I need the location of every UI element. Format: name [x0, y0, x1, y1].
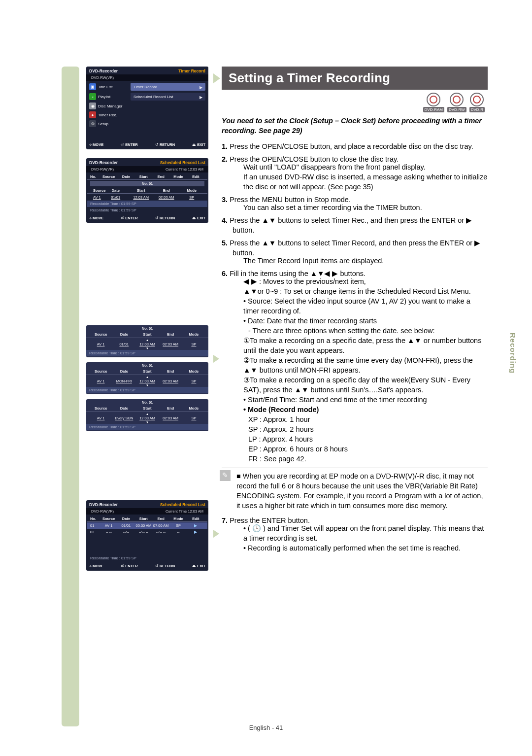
recordable-time: Recordable Time : 01:59 SP [87, 555, 207, 561]
table-subheader: SourceDateStartEndMode [87, 187, 207, 193]
note-box: ✎ ■ When you are recording at EP mode on… [222, 468, 488, 511]
flow-arrow-icon [213, 530, 219, 538]
disc-badge: DVD-RAM [423, 93, 444, 112]
osd-timer-record-menu: DVD-Recorder Timer Record DVD-RW(VR) ▣ T… [86, 67, 208, 149]
menu-item-playlist[interactable]: ♪ Playlist Scheduled Record List▶ [87, 92, 207, 102]
disc-type-label: DVD-RW(VR) [91, 75, 114, 80]
osd-footer: ⟡ MOVE ⏎ ENTER ↺ RETURN ⏏ EXIT [86, 141, 208, 149]
osd-title: DVD-Recorder [89, 160, 118, 165]
current-time-label: Current Time 12:03 AM [166, 167, 203, 172]
table-row[interactable]: AV 1 01/01 12:03 AM 02:03 AM SP [87, 194, 207, 201]
osd-title-right: Timer Record [178, 69, 205, 73]
disc-manager-icon: ◉ [89, 103, 96, 109]
recordable-time: Recordable Time : 01:59 SP [87, 207, 207, 213]
table-header: No.SourceDateStartEndModeEdit [87, 515, 207, 521]
timer-rec-icon: ● [89, 111, 96, 118]
menu-item-title-list[interactable]: ▣ Title List Timer Record▶ [87, 82, 207, 92]
disc-badges: DVD-RAM DVD-RW DVD-R [222, 93, 488, 112]
table-row[interactable]: 01AV 101/0105:00 AM07:00 AMSP▶ [87, 522, 207, 529]
menu-item-setup[interactable]: ⚙ Setup [87, 119, 207, 128]
step: 1. Press the OPEN/CLOSE button, and plac… [222, 141, 488, 151]
table-row[interactable]: AV 1MON-FRI12:03 AM02:03 AMSP [86, 378, 208, 384]
osd-scheduled-record-input: DVD-Recorder Scheduled Record List DVD-R… [86, 158, 208, 223]
osd-footer: ⟡ MOVE ⏎ ENTER ↺ RETURN ⏏ EXIT [86, 214, 208, 223]
setup-icon: ⚙ [89, 120, 96, 127]
disc-type-label: DVD-RW(VR) [91, 509, 114, 514]
entry-number: No. 01 [90, 181, 204, 186]
menu-label: Title List [98, 85, 129, 89]
playlist-icon: ♪ [89, 93, 96, 100]
flow-arrow-icon [213, 355, 219, 363]
date-option-specific: No. 01 SourceDateStartEndMode ▲ AV 101/0… [86, 325, 208, 357]
step: 5. Press the ▲▼ buttons to select Timer … [222, 238, 488, 266]
menu-label: Setup [98, 122, 129, 126]
table-row[interactable]: AV 1Every SUN12:03 AM02:03 AMSP [86, 415, 208, 421]
osd-footer: ⟡ MOVE ⏎ ENTER ↺ RETURN ⏏ EXIT [86, 562, 208, 571]
recordable-time: Recordable Time : 01:59 SP [87, 201, 207, 207]
osd-title: DVD-Recorder [89, 69, 118, 73]
section-stripe [62, 67, 79, 726]
disc-icon [470, 93, 484, 106]
disc-icon [450, 93, 464, 106]
step: 7. Press the ENTER button. • ( 🕒 ) and T… [222, 515, 488, 553]
step: 6. Fill in the items using the ▲▼◀ ▶ but… [222, 269, 488, 464]
osd-title: DVD-Recorder [89, 502, 118, 507]
title-list-icon: ▣ [89, 83, 96, 90]
table-header: No.SourceDateStartEndModeEdit [87, 173, 207, 179]
disc-badge-label: DVD-R [469, 107, 485, 112]
page-footer: English - 41 [0, 724, 532, 731]
flow-arrow-icon [213, 73, 220, 83]
disc-badge: DVD-R [469, 93, 485, 112]
disc-badge-label: DVD-RAM [423, 107, 444, 112]
submenu-timer-record[interactable]: Timer Record▶ [131, 83, 205, 91]
lead-note: You need to set the Clock (Setup – Clock… [222, 116, 488, 136]
osd-title-right: Scheduled Record List [160, 502, 205, 507]
submenu-scheduled-list[interactable]: Scheduled Record List▶ [131, 93, 205, 101]
disc-badge-label: DVD-RW [447, 107, 466, 112]
osd-title-right: Scheduled Record List [160, 160, 205, 165]
disc-icon [427, 93, 440, 106]
section-title: Setting a Timer Recording [222, 67, 488, 90]
menu-item-disc-manager[interactable]: ◉ Disc Manager [87, 102, 207, 110]
menu-label: Disc Manager [98, 104, 129, 108]
step: 2. Press the OPEN/CLOSE button to close … [222, 154, 488, 192]
table-row[interactable]: 02-- ----/----:-- ----:-- ----▶ [87, 529, 207, 535]
instruction-content: You need to set the Clock (Setup – Clock… [222, 116, 488, 556]
chapter-label: Recording [509, 333, 517, 374]
date-option-monfri: No. 01 SourceDateStartEndMode ▲ AV 1MON-… [86, 362, 208, 394]
disc-type-label: DVD-RW(VR) [91, 167, 114, 172]
current-time-label: Current Time 12:03 AM [166, 509, 203, 514]
disc-badge: DVD-RW [447, 93, 466, 112]
step: 3. Press the MENU button in Stop mode. Y… [222, 195, 488, 212]
recordable-time: Recordable Time : 01:59 SP [86, 387, 208, 393]
menu-item-timer-rec[interactable]: ● Timer Rec. [87, 110, 207, 119]
osd-scheduled-record-list-filled: DVD-Recorder Scheduled Record List DVD-R… [86, 500, 208, 571]
menu-label: Playlist [98, 95, 129, 99]
recordable-time: Recordable Time : 01:59 SP [86, 350, 208, 356]
date-option-weekly: No. 01 SourceDateStartEndMode ▲ AV 1Ever… [86, 399, 208, 431]
menu-label: Timer Rec. [98, 113, 129, 117]
note-icon: ✎ [220, 470, 231, 481]
table-row[interactable]: AV 101/0112:03 AM02:03 AMSP [86, 342, 208, 347]
step: 4. Press the ▲▼ buttons to select Timer … [222, 215, 488, 235]
recordable-time: Recordable Time : 01:59 SP [86, 424, 208, 430]
